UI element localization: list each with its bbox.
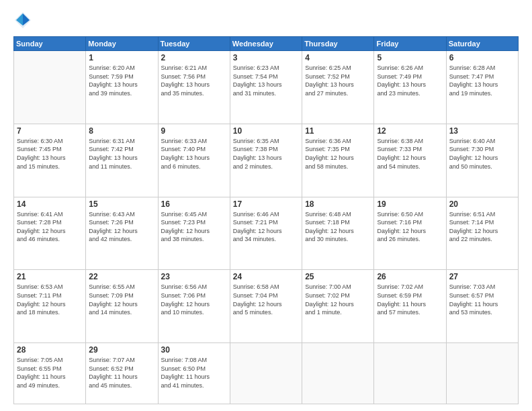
calendar-cell: 20Sunrise: 6:51 AMSunset: 7:14 PMDayligh… [446,197,518,270]
day-info: Sunrise: 6:48 AMSunset: 7:18 PMDaylight:… [305,210,371,244]
day-number: 6 [449,53,515,62]
calendar-week-row: 28Sunrise: 7:05 AMSunset: 6:55 PMDayligh… [14,343,519,404]
day-info: Sunrise: 6:21 AMSunset: 7:56 PMDaylight:… [161,64,227,97]
day-info: Sunrise: 6:50 AMSunset: 7:16 PMDaylight:… [377,210,443,244]
calendar-cell: 1Sunrise: 6:20 AMSunset: 7:59 PMDaylight… [86,51,158,124]
calendar-cell: 23Sunrise: 6:56 AMSunset: 7:06 PMDayligh… [158,270,230,343]
day-number: 5 [377,53,443,62]
calendar-cell: 10Sunrise: 6:35 AMSunset: 7:38 PMDayligh… [230,124,302,197]
day-number: 26 [377,272,443,281]
header [13,11,519,30]
day-info: Sunrise: 7:05 AMSunset: 6:55 PMDaylight:… [17,356,83,390]
day-info: Sunrise: 6:38 AMSunset: 7:33 PMDaylight:… [377,137,443,171]
day-info: Sunrise: 6:46 AMSunset: 7:21 PMDaylight:… [233,210,299,244]
calendar-cell: 25Sunrise: 7:00 AMSunset: 7:02 PMDayligh… [302,270,374,343]
weekday-header-wednesday: Wednesday [230,37,302,51]
calendar-cell [302,343,374,404]
day-info: Sunrise: 6:35 AMSunset: 7:38 PMDaylight:… [233,137,299,171]
calendar-cell [374,343,446,404]
calendar-cell: 15Sunrise: 6:43 AMSunset: 7:26 PMDayligh… [86,197,158,270]
calendar-cell: 19Sunrise: 6:50 AMSunset: 7:16 PMDayligh… [374,197,446,270]
day-info: Sunrise: 6:25 AMSunset: 7:52 PMDaylight:… [305,64,371,97]
day-number: 1 [89,53,154,62]
calendar-cell: 7Sunrise: 6:30 AMSunset: 7:45 PMDaylight… [14,124,86,197]
day-number: 29 [89,345,154,355]
day-info: Sunrise: 6:30 AMSunset: 7:45 PMDaylight:… [17,137,83,171]
day-number: 7 [17,126,83,136]
calendar-cell: 24Sunrise: 6:58 AMSunset: 7:04 PMDayligh… [230,270,302,343]
day-number: 18 [305,199,371,209]
day-info: Sunrise: 7:00 AMSunset: 7:02 PMDaylight:… [305,283,371,316]
day-number: 27 [449,272,515,281]
day-info: Sunrise: 6:31 AMSunset: 7:42 PMDaylight:… [89,137,154,171]
calendar-cell: 4Sunrise: 6:25 AMSunset: 7:52 PMDaylight… [302,51,374,124]
day-info: Sunrise: 7:08 AMSunset: 6:50 PMDaylight:… [161,356,227,390]
page: SundayMondayTuesdayWednesdayThursdayFrid… [0,0,532,411]
day-number: 14 [17,199,83,209]
day-info: Sunrise: 6:45 AMSunset: 7:23 PMDaylight:… [161,210,227,244]
weekday-header-friday: Friday [374,37,446,51]
day-number: 16 [161,199,227,209]
day-info: Sunrise: 6:23 AMSunset: 7:54 PMDaylight:… [233,64,299,97]
logo [13,11,35,30]
calendar-cell: 22Sunrise: 6:55 AMSunset: 7:09 PMDayligh… [86,270,158,343]
day-number: 13 [449,126,515,136]
day-number: 2 [161,53,227,62]
day-number: 21 [17,272,83,281]
day-number: 23 [161,272,227,281]
day-number: 28 [17,345,83,355]
weekday-header-monday: Monday [86,37,158,51]
calendar-cell: 8Sunrise: 6:31 AMSunset: 7:42 PMDaylight… [86,124,158,197]
calendar-cell: 28Sunrise: 7:05 AMSunset: 6:55 PMDayligh… [14,343,86,404]
weekday-header-tuesday: Tuesday [158,37,230,51]
calendar-cell: 13Sunrise: 6:40 AMSunset: 7:30 PMDayligh… [446,124,518,197]
logo-icon [13,11,32,30]
day-info: Sunrise: 6:20 AMSunset: 7:59 PMDaylight:… [89,64,154,97]
day-number: 30 [161,345,227,355]
calendar-cell [230,343,302,404]
calendar-cell: 16Sunrise: 6:45 AMSunset: 7:23 PMDayligh… [158,197,230,270]
calendar-cell: 11Sunrise: 6:36 AMSunset: 7:35 PMDayligh… [302,124,374,197]
weekday-header-thursday: Thursday [302,37,374,51]
day-info: Sunrise: 6:41 AMSunset: 7:28 PMDaylight:… [17,210,83,244]
calendar-cell: 9Sunrise: 6:33 AMSunset: 7:40 PMDaylight… [158,124,230,197]
day-number: 25 [305,272,371,281]
calendar-cell [14,51,86,124]
calendar-week-row: 1Sunrise: 6:20 AMSunset: 7:59 PMDaylight… [14,51,519,124]
day-number: 3 [233,53,299,62]
day-info: Sunrise: 7:07 AMSunset: 6:52 PMDaylight:… [89,356,154,390]
day-info: Sunrise: 6:51 AMSunset: 7:14 PMDaylight:… [449,210,515,244]
day-number: 12 [377,126,443,136]
calendar-cell: 17Sunrise: 6:46 AMSunset: 7:21 PMDayligh… [230,197,302,270]
day-info: Sunrise: 6:58 AMSunset: 7:04 PMDaylight:… [233,283,299,316]
day-number: 9 [161,126,227,136]
weekday-header-saturday: Saturday [446,37,518,51]
calendar-week-row: 21Sunrise: 6:53 AMSunset: 7:11 PMDayligh… [14,270,519,343]
day-number: 17 [233,199,299,209]
day-info: Sunrise: 6:28 AMSunset: 7:47 PMDaylight:… [449,64,515,97]
day-number: 20 [449,199,515,209]
calendar-cell: 30Sunrise: 7:08 AMSunset: 6:50 PMDayligh… [158,343,230,404]
calendar-week-row: 7Sunrise: 6:30 AMSunset: 7:45 PMDaylight… [14,124,519,197]
day-info: Sunrise: 6:56 AMSunset: 7:06 PMDaylight:… [161,283,227,316]
calendar-cell: 18Sunrise: 6:48 AMSunset: 7:18 PMDayligh… [302,197,374,270]
day-number: 24 [233,272,299,281]
day-info: Sunrise: 6:26 AMSunset: 7:49 PMDaylight:… [377,64,443,97]
day-number: 19 [377,199,443,209]
day-number: 11 [305,126,371,136]
day-info: Sunrise: 6:55 AMSunset: 7:09 PMDaylight:… [89,283,154,316]
day-info: Sunrise: 7:03 AMSunset: 6:57 PMDaylight:… [449,283,515,316]
day-number: 22 [89,272,154,281]
weekday-header-sunday: Sunday [14,37,86,51]
day-info: Sunrise: 7:02 AMSunset: 6:59 PMDaylight:… [377,283,443,316]
day-info: Sunrise: 6:36 AMSunset: 7:35 PMDaylight:… [305,137,371,171]
day-info: Sunrise: 6:33 AMSunset: 7:40 PMDaylight:… [161,137,227,171]
weekday-header-row: SundayMondayTuesdayWednesdayThursdayFrid… [14,37,519,51]
calendar-cell: 27Sunrise: 7:03 AMSunset: 6:57 PMDayligh… [446,270,518,343]
calendar-cell: 2Sunrise: 6:21 AMSunset: 7:56 PMDaylight… [158,51,230,124]
day-info: Sunrise: 6:43 AMSunset: 7:26 PMDaylight:… [89,210,154,244]
day-info: Sunrise: 6:40 AMSunset: 7:30 PMDaylight:… [449,137,515,171]
calendar-table: SundayMondayTuesdayWednesdayThursdayFrid… [13,36,519,404]
calendar-cell: 21Sunrise: 6:53 AMSunset: 7:11 PMDayligh… [14,270,86,343]
calendar-cell: 12Sunrise: 6:38 AMSunset: 7:33 PMDayligh… [374,124,446,197]
